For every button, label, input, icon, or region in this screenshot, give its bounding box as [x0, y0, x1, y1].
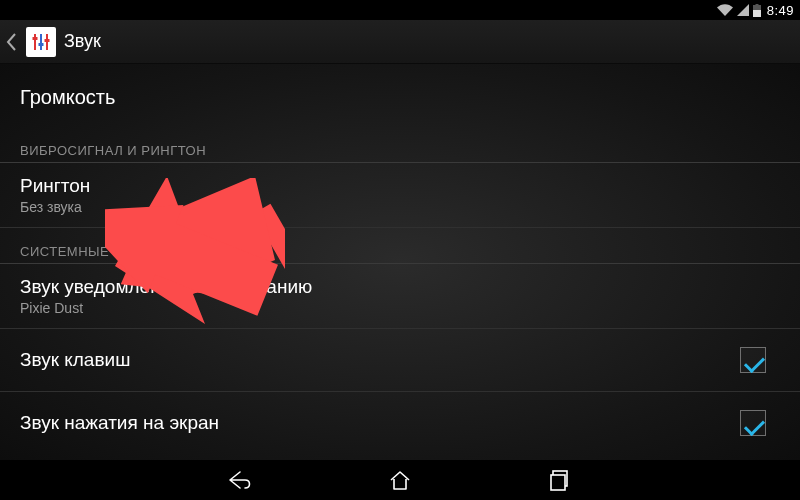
pref-default-notification-title: Звук уведомлений по умолчанию — [20, 276, 312, 298]
checkbox-touch-sounds[interactable] — [740, 410, 766, 436]
wifi-icon — [717, 4, 733, 16]
pref-ringtone-title: Рингтон — [20, 175, 90, 197]
svg-rect-7 — [33, 37, 38, 40]
pref-dialpad-tones-title: Звук клавиш — [20, 349, 130, 371]
svg-rect-21 — [551, 475, 565, 490]
svg-rect-1 — [753, 10, 761, 17]
nav-home-button[interactable] — [380, 460, 420, 500]
pref-default-notification-summary: Pixie Dust — [20, 300, 312, 316]
pref-touch-sounds[interactable]: Звук нажатия на экран — [0, 392, 800, 454]
back-icon[interactable] — [4, 33, 18, 51]
battery-icon — [753, 4, 761, 17]
pref-default-notification[interactable]: Звук уведомлений по умолчанию Pixie Dust — [0, 264, 800, 329]
nav-back-button[interactable] — [220, 460, 260, 500]
checkbox-dialpad-tones[interactable] — [740, 347, 766, 373]
pref-dialpad-tones[interactable]: Звук клавиш — [0, 329, 800, 392]
app-icon[interactable] — [26, 27, 56, 57]
pref-volume-label: Громкость — [20, 86, 115, 108]
pref-volume[interactable]: Громкость — [0, 68, 800, 127]
signal-icon — [737, 4, 749, 16]
pref-ringtone-summary: Без звука — [20, 199, 90, 215]
page-title: Звук — [64, 31, 101, 52]
svg-rect-9 — [45, 39, 50, 42]
action-bar: Звук — [0, 20, 800, 64]
settings-list: Громкость ВИБРОСИГНАЛ И РИНГТОН Рингтон … — [0, 64, 800, 460]
section-system-notifications: СИСТЕМНЫЕ УВЕДОМЛЕНИЯ — [0, 228, 800, 264]
svg-rect-2 — [755, 4, 758, 6]
section-vibe-ringtone: ВИБРОСИГНАЛ И РИНГТОН — [0, 127, 800, 163]
status-time: 8:49 — [767, 3, 794, 18]
svg-rect-5 — [40, 34, 42, 50]
navigation-bar — [0, 460, 800, 500]
svg-rect-8 — [39, 43, 44, 46]
status-bar: 8:49 — [0, 0, 800, 20]
pref-touch-sounds-title: Звук нажатия на экран — [20, 412, 219, 434]
nav-recents-button[interactable] — [540, 460, 580, 500]
svg-rect-4 — [34, 34, 36, 50]
pref-ringtone[interactable]: Рингтон Без звука — [0, 163, 800, 228]
